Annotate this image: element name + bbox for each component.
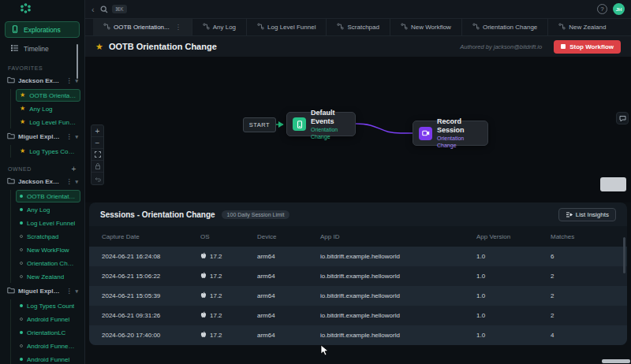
filled-dot-icon [20, 208, 23, 211]
tree-item[interactable]: ★Any Log [16, 102, 80, 115]
tree-item[interactable]: Log Types Count [16, 299, 80, 312]
folder-row[interactable]: Jackson Explor...⋮▾ [0, 73, 84, 88]
phone-icon [293, 117, 306, 131]
tab-scratchpad[interactable]: Scratchpad [326, 19, 389, 35]
chevron-down-icon[interactable]: ▾ [75, 179, 78, 185]
timeline-icon [11, 44, 19, 54]
tree-item[interactable]: OOTB Orientation... [16, 190, 80, 202]
comment-panel-button[interactable] [616, 112, 629, 124]
folder-kebab-icon[interactable]: ⋮ [65, 77, 72, 84]
undo-button[interactable] [91, 173, 103, 184]
tree-item[interactable]: Orientation Change [16, 257, 80, 269]
folder-items: ★OOTB Orientation ...★Any Log★Log Level … [10, 89, 84, 128]
folder-name: Miguel Explorati... [18, 288, 62, 295]
hollow-dot-icon [20, 318, 23, 321]
bitdrift-logo-icon [21, 2, 31, 17]
tab-new-zealand[interactable]: New Zealand [547, 19, 616, 35]
sidebar-collapse-button[interactable]: ‹ [91, 6, 95, 13]
tree-item[interactable]: Any Log [16, 203, 80, 216]
tree-item[interactable]: OrientationLC [16, 326, 80, 339]
sidebar-item-timeline[interactable]: Timeline [5, 40, 80, 57]
cell-app-id: io.bitdrift.example.helloworld [320, 312, 476, 319]
fit-view-button[interactable] [91, 149, 103, 161]
table-row[interactable]: 2024-06-21 09:31:2617.2arm64io.bitdrift.… [89, 306, 627, 325]
chevron-down-icon[interactable]: ▾ [75, 134, 78, 140]
tree-item[interactable]: Scratchpad [16, 230, 80, 243]
start-node[interactable]: START [243, 117, 276, 132]
cell-capture-date: 2024-06-21 15:05:39 [102, 292, 200, 299]
chevron-down-icon[interactable]: ▾ [75, 288, 78, 295]
add-folder-icon[interactable]: + [72, 166, 77, 172]
node-title: Default Events [311, 109, 349, 126]
favorite-star-icon[interactable]: ★ [95, 42, 103, 52]
table-row[interactable]: 2024-06-21 16:24:0817.2arm64io.bitdrift.… [89, 247, 627, 266]
stop-workflow-button[interactable]: Stop Workflow [554, 40, 621, 54]
tree-item-label: Android Funnel [27, 356, 69, 363]
table-row[interactable]: 2024-06-21 15:06:2217.2arm64io.bitdrift.… [89, 266, 627, 286]
zoom-in-button[interactable]: + [91, 125, 103, 137]
tree-item-label: New Zealand [27, 273, 64, 280]
avatar[interactable]: JH [613, 3, 625, 15]
folder-items: ★Log Types Count [10, 145, 84, 158]
workflow-canvas[interactable]: + − START Def [85, 57, 631, 202]
lock-button[interactable] [91, 161, 103, 173]
node-subtitle: Orientation Change [311, 126, 349, 140]
workflow-node-default-events[interactable]: Default EventsOrientation Change [286, 112, 356, 136]
sidebar-item-explorations[interactable]: Explorations [5, 21, 80, 38]
folder-row[interactable]: Miguel Explorati...⋮▾ [0, 284, 84, 299]
tree-item[interactable]: Android Funnel [16, 313, 80, 325]
tree-item[interactable]: New WorkFlow [16, 243, 80, 256]
table-row[interactable]: 2024-06-20 17:40:0017.2arm64io.bitdrift.… [89, 325, 627, 345]
search-input[interactable]: ⌘K [100, 2, 127, 17]
os-version: 17.2 [210, 292, 222, 299]
folder-kebab-icon[interactable]: ⋮ [65, 178, 72, 185]
cell-app-version: 1.0 [476, 253, 551, 260]
cell-os: 17.2 [200, 331, 257, 340]
table-scrollbar[interactable] [623, 237, 625, 273]
sidebar-item-label: Explorations [24, 26, 61, 34]
folder-row[interactable]: Jackson Explor...⋮▾ [0, 174, 84, 189]
cell-matches: 4 [551, 332, 596, 339]
tab-any-log[interactable]: Any Log [192, 19, 246, 35]
tree-item[interactable]: Android Funneses... [16, 340, 80, 352]
section-label-favorites: FAVORITES [8, 65, 77, 71]
workflow-tab-icon [257, 23, 264, 32]
filled-dot-icon [20, 221, 23, 225]
tree-item[interactable]: ★Log Types Count [16, 145, 80, 158]
tab-orientation-change[interactable]: Orientation Change [461, 19, 547, 35]
tab-ootb-orientation-[interactable]: OOTB Orientation...⋮ [93, 19, 192, 35]
tree-item[interactable]: ★OOTB Orientation ... [16, 89, 80, 102]
folder-row[interactable]: Miguel Explorati...⋮▾ [0, 129, 84, 144]
workflow-tab-icon [203, 23, 210, 32]
help-icon[interactable]: ? [597, 4, 607, 14]
os-version: 17.2 [210, 312, 222, 319]
workflow-tab-icon [558, 23, 566, 32]
horizontal-scrollbar[interactable] [602, 359, 630, 363]
tree-item[interactable]: Android Funnel [16, 353, 80, 364]
hollow-dot-icon [20, 248, 23, 251]
table-row[interactable]: 2024-06-21 15:05:3917.2arm64io.bitdrift.… [89, 286, 627, 306]
tree-item[interactable]: New Zealand [16, 270, 80, 283]
zoom-out-button[interactable]: − [91, 137, 103, 149]
tree-item[interactable]: ★Log Level Funnel [16, 116, 80, 128]
cell-capture-date: 2024-06-21 16:24:08 [102, 253, 200, 260]
explorations-icon [11, 25, 19, 35]
tree-item[interactable]: Log Level Funnel [16, 217, 80, 229]
hollow-dot-icon [20, 275, 23, 278]
tab-kebab-icon[interactable]: ⋮ [175, 24, 181, 31]
cell-app-id: io.bitdrift.example.helloworld [320, 253, 476, 260]
list-insights-label: List Insights [576, 211, 609, 218]
tab-new-workflow[interactable]: New Workflow [390, 19, 461, 35]
workflow-edges [85, 57, 631, 202]
folder-kebab-icon[interactable]: ⋮ [65, 288, 72, 295]
folder-kebab-icon[interactable]: ⋮ [65, 133, 72, 140]
tab-log-level-funnel[interactable]: Log Level Funnel [246, 19, 326, 35]
filled-dot-icon [20, 195, 23, 198]
cell-app-version: 1.0 [476, 292, 551, 299]
workflow-node-record-session[interactable]: Record SessionOrientation Change [413, 121, 488, 146]
sidebar-scrollbar[interactable] [77, 44, 78, 79]
apple-icon [200, 331, 207, 340]
cell-device: arm64 [257, 292, 320, 299]
tree-item-label: Any Log [29, 106, 52, 113]
list-insights-button[interactable]: List Insights [558, 208, 616, 221]
